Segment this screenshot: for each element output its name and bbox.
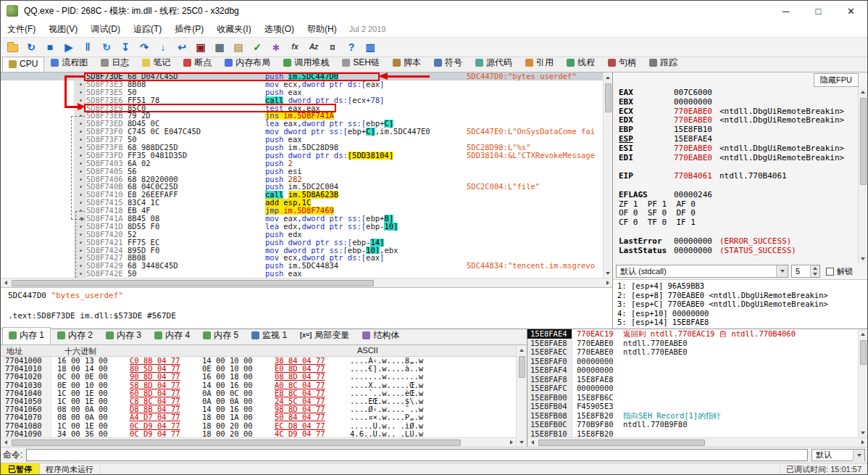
scroll-left-button[interactable] [527,438,537,447]
stop-button[interactable]: ■ [41,39,59,56]
tab-threads[interactable]: 线程 [560,54,601,72]
breakpoint-dot[interactable] [80,194,82,196]
fx-button[interactable]: fx [286,39,304,56]
stack-horizontal-scrollbar[interactable] [527,437,867,447]
unlock-checkbox[interactable] [826,268,834,276]
magic-wand-button[interactable]: ∗ [267,39,285,56]
breakpoint-dot[interactable] [80,170,82,173]
scroll-down-button[interactable] [517,437,527,447]
breakpoint-dot[interactable] [80,139,82,141]
breakpoint-dot[interactable] [80,154,82,157]
patch-button[interactable]: ▣ [192,39,209,56]
registers-scrollbar[interactable] [858,87,867,263]
font-button[interactable]: Az [305,39,322,56]
help-button[interactable]: ? [343,39,360,56]
register-row[interactable]: EAX007C6000 [619,88,858,98]
disasm-row[interactable]: 5D8F742E50push eax [1,270,603,278]
tab-locals[interactable]: [x=]局部变量 [293,327,356,344]
stack-row[interactable]: 15E8FB0015E8FB6C [527,393,858,402]
tab-dump-2[interactable]: 内存 2 [51,327,99,344]
notes-button[interactable]: ▤ [230,39,247,56]
menu-item[interactable]: 收藏夹(I) [210,21,257,37]
tab-dump-3[interactable]: 内存 3 [99,327,148,344]
breakpoint-dot[interactable] [80,241,82,244]
scroll-up-button[interactable] [859,87,868,96]
menu-item[interactable]: 视图(V) [42,21,84,37]
menu-item[interactable]: 调试(D) [84,21,127,37]
disasm-row[interactable]: 5D8F73E985C0test eax,eax [1,104,603,112]
disasm-row[interactable]: 5D8F740B68 04C0C25Dpush im.5DC2C0045DC2C… [1,183,603,191]
step-into-button[interactable]: ↧ [117,39,134,56]
disasm-row[interactable]: 5D8F73E6FF51 78call dword ptr ds:[ecx+78… [1,96,603,104]
stepper-buttons[interactable] [810,265,819,277]
argument-count-stepper[interactable]: 5 [791,265,820,278]
favourites-button[interactable]: ✓ [249,39,266,56]
hide-fpu-button[interactable]: 隐藏FPU [814,73,859,87]
register-row[interactable]: EDI770EABE0<ntdll.DbgUiRemoteBreakin> [619,154,858,163]
breakpoint-dot[interactable] [80,178,82,181]
disasm-row[interactable]: 5D8F74278B08mov ecx,dword ptr ds:[eax] [1,254,603,262]
scroll-thumb[interactable] [519,356,525,378]
breakpoint-dot[interactable] [80,91,82,94]
dump-horizontal-scrollbar[interactable] [1,437,516,447]
calling-convention-select[interactable]: 默认 (stdcall) [616,265,788,278]
tab-cpu[interactable]: CPU [2,57,44,72]
tab-handles[interactable]: 句柄 [601,54,643,72]
scroll-down-button[interactable] [859,428,868,437]
tab-watch-1[interactable]: 监视 1 [245,327,293,344]
register-row[interactable]: LastStatus00000000(STATUS_SUCCESS) [619,247,858,256]
tab-trace[interactable]: 跟踪 [643,54,684,72]
menu-item[interactable]: 插件(P) [168,21,210,37]
scroll-thumb[interactable] [605,83,612,112]
argument-row[interactable]: 3: [esp+C] 770EABE0 <ntdll.DbgUiRemoteBr… [617,300,867,309]
tab-references[interactable]: 引用 [519,54,560,72]
scroll-right-button[interactable] [603,278,612,288]
stepper-down-icon[interactable] [811,271,819,277]
stack-row[interactable]: 15E8FAF000000000 [527,357,858,366]
scroll-thumb[interactable] [538,439,705,446]
register-row[interactable]: EDX770EABE0<ntdll.DbgUiRemoteBreakin> [619,116,858,125]
breakpoint-dot[interactable] [80,146,82,149]
disasm-row[interactable]: 5D8F73DE68 D047C45Dpush im.5DC447D05DC44… [1,73,603,80]
restart-run-button[interactable]: ↻ [98,39,115,56]
tab-seh-chain[interactable]: SEH链 [335,54,386,72]
dump-row[interactable]: 7704107008 00 0A 00A4 D7 04 7718 00 1A 0… [1,413,516,421]
disassembly-vertical-scrollbar[interactable] [603,73,612,278]
breakpoint-dot[interactable] [80,131,82,133]
breakpoint-dot[interactable] [80,115,82,117]
scroll-thumb[interactable] [12,439,461,446]
scroll-left-button[interactable] [1,278,10,288]
disasm-row[interactable]: 5D8F73FDFF35 0481D35Dpush dword ptr ds:[… [1,152,603,160]
run-to-return-button[interactable]: ↩ [173,39,191,56]
disasm-row[interactable]: 5D8F7421FF75 ECpush dword ptr ss:[ebp-14… [1,239,603,247]
disassembly-horizontal-scrollbar[interactable] [1,278,612,287]
tab-log[interactable]: 日志 [94,54,135,72]
stack-row[interactable]: 15E8FAE8770EABE0ntdll.770EABE0 [527,339,858,348]
tab-symbols[interactable]: 符号 [427,54,469,72]
dump-row[interactable]: 770410801C 00 1E 000C D9 04 7718 00 20 0… [1,422,516,430]
argument-row[interactable]: 4: [esp+10] 00000000 [617,309,867,318]
breakpoint-dot[interactable] [80,202,82,204]
disasm-row[interactable]: 5D8F73F750push eax [1,136,603,144]
breakpoint-dot[interactable] [80,186,82,188]
breakpoint-dot[interactable] [80,75,82,78]
disasm-row[interactable]: 5D8F742968 3448C45Dpush im.5DC448345DC44… [1,262,603,270]
stack-row[interactable]: 15E8FB0C770B9F80ntdll.770B9F80 [527,420,858,429]
breakpoint-dot[interactable] [80,210,82,212]
scroll-up-button[interactable] [604,73,613,82]
tab-memory-map[interactable]: 内存布局 [218,54,277,72]
tab-dump-4[interactable]: 内存 4 [148,327,196,344]
cpu-chip-button[interactable]: ▥ [362,39,379,56]
menu-item[interactable]: 帮助(H) [301,21,343,37]
step-over-button[interactable]: ↷ [135,39,153,56]
register-row[interactable]: LastError00000000(ERROR_SUCCESS) [619,237,858,247]
stack-vertical-scrollbar[interactable] [858,329,867,437]
stack-row[interactable]: 15E8FAF400000000 [527,365,858,375]
open-file-button[interactable] [4,39,21,56]
disasm-row[interactable]: 5D8F7424895D F0mov dword ptr ss:[ebp-10]… [1,247,603,255]
stack-row[interactable]: 15E8FAF815E8FAE8 [527,375,858,384]
command-profile-select[interactable]: 默认 [811,449,865,461]
register-row[interactable]: ESP15E8FAE4 [619,135,858,144]
breakpoint-dot[interactable] [80,226,82,228]
menu-item[interactable]: 追踪(T) [127,21,168,37]
